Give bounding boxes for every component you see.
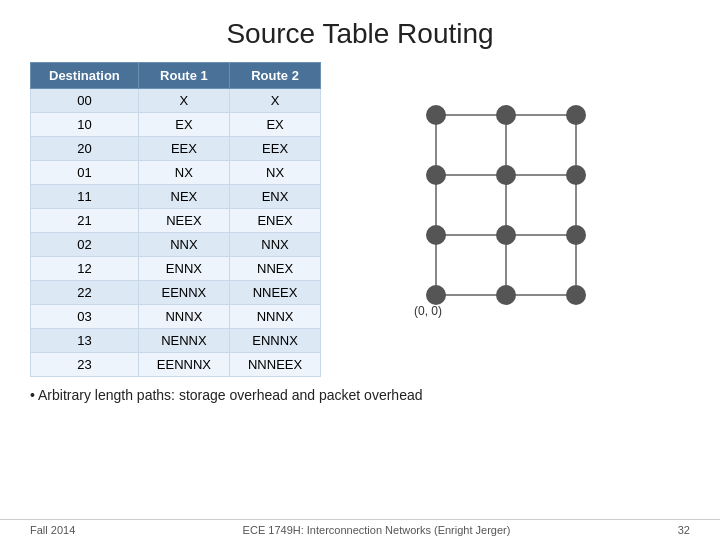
table-row: 00XX [31,89,321,113]
route1-cell: NNX [138,233,229,257]
footer-right: 32 [678,524,690,536]
route2-cell: NNNEEX [229,353,320,377]
source-table: Destination Route 1 Route 2 00XX10EXEX20… [30,62,321,377]
node-0-0 [426,285,446,305]
route2-cell: X [229,89,320,113]
node-0-1 [426,225,446,245]
graph-container: (0, 0) [406,85,626,345]
bullet-point: • Arbitrary length paths: storage overhe… [0,377,720,407]
table-row: 01NXNX [31,161,321,185]
destination-cell: 01 [31,161,139,185]
destination-cell: 02 [31,233,139,257]
route1-cell: NENNX [138,329,229,353]
route2-cell: NNEEX [229,281,320,305]
route1-cell: EX [138,113,229,137]
route1-cell: EENNNX [138,353,229,377]
table-row: 22EENNXNNEEX [31,281,321,305]
destination-cell: 22 [31,281,139,305]
node-1-2 [496,165,516,185]
destination-cell: 20 [31,137,139,161]
route2-cell: NNNX [229,305,320,329]
destination-cell: 00 [31,89,139,113]
route1-cell: NX [138,161,229,185]
table-row: 10EXEX [31,113,321,137]
node-2-1 [566,225,586,245]
route2-cell: EEX [229,137,320,161]
table-row: 21NEEXENEX [31,209,321,233]
col-header-route1: Route 1 [138,63,229,89]
route2-cell: ENEX [229,209,320,233]
routing-table: Destination Route 1 Route 2 00XX10EXEX20… [30,62,321,377]
node-1-0 [496,285,516,305]
route2-cell: NNX [229,233,320,257]
destination-cell: 21 [31,209,139,233]
graph-label: (0, 0) [414,304,442,318]
route1-cell: X [138,89,229,113]
route2-cell: NX [229,161,320,185]
footer-center: ECE 1749H: Interconnection Networks (Enr… [75,524,677,536]
node-2-0 [566,285,586,305]
destination-cell: 13 [31,329,139,353]
col-header-destination: Destination [31,63,139,89]
route1-cell: ENNX [138,257,229,281]
table-row: 11NEXENX [31,185,321,209]
node-0-3 [426,105,446,125]
destination-cell: 03 [31,305,139,329]
node-2-2 [566,165,586,185]
table-row: 13NENNXENNNX [31,329,321,353]
destination-cell: 11 [31,185,139,209]
route2-cell: ENX [229,185,320,209]
route1-cell: EEX [138,137,229,161]
table-row: 20EEXEEX [31,137,321,161]
destination-cell: 12 [31,257,139,281]
node-2-3 [566,105,586,125]
destination-cell: 10 [31,113,139,137]
route2-cell: NNEX [229,257,320,281]
col-header-route2: Route 2 [229,63,320,89]
destination-cell: 23 [31,353,139,377]
footer-bar: Fall 2014 ECE 1749H: Interconnection Net… [0,519,720,540]
route1-cell: NNNX [138,305,229,329]
table-row: 12ENNXNNEX [31,257,321,281]
route1-cell: EENNX [138,281,229,305]
node-1-1 [496,225,516,245]
table-row: 02NNXNNX [31,233,321,257]
content-area: Destination Route 1 Route 2 00XX10EXEX20… [0,62,720,377]
node-1-3 [496,105,516,125]
route1-cell: NEX [138,185,229,209]
route2-cell: ENNNX [229,329,320,353]
graph-section: (0, 0) [331,52,700,377]
bullet-text: Arbitrary length paths: storage overhead… [38,387,422,403]
route1-cell: NEEX [138,209,229,233]
network-graph: (0, 0) [406,85,626,345]
table-row: 23EENNNXNNNEEX [31,353,321,377]
table-row: 03NNNXNNNX [31,305,321,329]
node-0-2 [426,165,446,185]
footer-left: Fall 2014 [30,524,75,536]
route2-cell: EX [229,113,320,137]
